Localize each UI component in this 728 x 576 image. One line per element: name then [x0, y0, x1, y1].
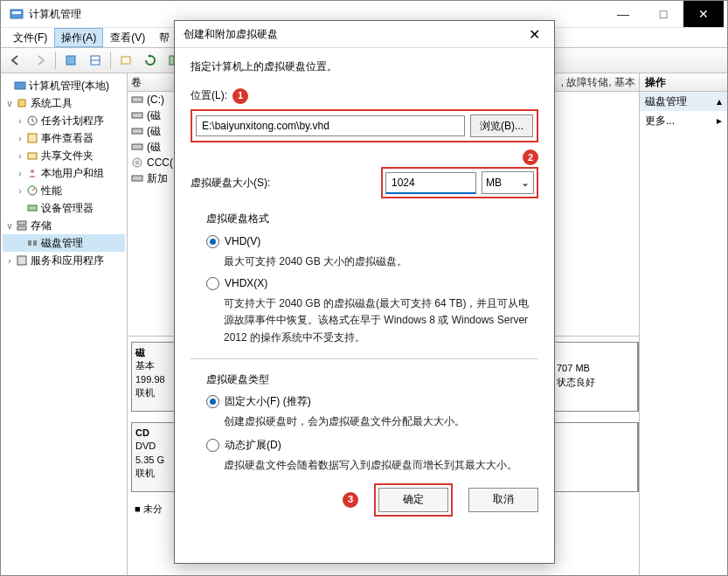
drive-icon — [131, 141, 143, 153]
window-title: 计算机管理 — [29, 7, 603, 22]
tree-task-scheduler[interactable]: ›任务计划程序 — [3, 112, 125, 129]
action-more[interactable]: 更多... ▸ — [640, 111, 727, 130]
menu-view[interactable]: 查看(V) — [103, 28, 152, 47]
location-group: 浏览(B)... — [191, 109, 538, 142]
radio-vhd[interactable]: VHD(V) — [206, 233, 538, 250]
svg-rect-1 — [12, 11, 21, 14]
drive-icon — [131, 125, 143, 137]
minimize-button[interactable]: — — [603, 1, 643, 27]
size-unit-select[interactable]: MB ⌄ — [482, 171, 534, 194]
tree-disk-management[interactable]: 磁盘管理 — [3, 234, 125, 252]
tree-performance[interactable]: ›性能 — [3, 182, 125, 199]
radio-dynamic[interactable]: 动态扩展(D) — [206, 437, 538, 454]
nav-tree: 计算机管理(本地) v系统工具 ›任务计划程序 ›事件查看器 ›共享文件夹 ›本… — [1, 73, 128, 576]
svg-rect-22 — [132, 97, 142, 102]
fixed-desc: 创建虚拟硬盘时，会为虚拟硬盘文件分配最大大小。 — [224, 413, 538, 430]
browse-button[interactable]: 浏览(B)... — [470, 115, 533, 137]
back-button[interactable] — [4, 50, 27, 71]
radio-fixed[interactable]: 固定大小(F) (推荐) — [206, 393, 538, 410]
svg-rect-10 — [15, 82, 25, 89]
svg-rect-21 — [17, 256, 26, 265]
svg-point-27 — [136, 162, 139, 164]
tree-device-manager[interactable]: 设备管理器 — [3, 199, 125, 217]
app-icon — [10, 7, 24, 21]
tool-icon[interactable] — [114, 50, 137, 71]
svg-rect-25 — [132, 144, 142, 149]
vhd-desc: 最大可支持 2040 GB 大小的虚拟磁盘。 — [224, 253, 538, 270]
drive-icon — [131, 94, 143, 106]
svg-rect-16 — [28, 205, 37, 211]
svg-rect-5 — [121, 57, 130, 64]
tree-root[interactable]: 计算机管理(本地) — [3, 77, 125, 94]
tree-services-apps[interactable]: ›服务和应用程序 — [3, 252, 125, 269]
dialog-title: 创建和附加虚拟硬盘 — [184, 27, 278, 42]
tool-icon[interactable] — [84, 50, 107, 71]
svg-rect-19 — [28, 240, 31, 246]
radio-dot-icon — [206, 277, 219, 290]
tree-shared-folders[interactable]: ›共享文件夹 — [3, 147, 125, 164]
svg-rect-20 — [33, 240, 37, 246]
radio-dot-icon — [206, 439, 219, 452]
svg-rect-23 — [132, 113, 142, 118]
close-button[interactable]: ✕ — [683, 1, 724, 27]
dialog-intro: 指定计算机上的虚拟硬盘位置。 — [191, 59, 538, 75]
radio-vhdx[interactable]: VHDX(X) — [206, 275, 538, 292]
tree-local-users[interactable]: ›本地用户和组 — [3, 164, 125, 182]
dialog-close-button[interactable]: ✕ — [523, 26, 545, 43]
more-arrow-icon: ▸ — [717, 115, 722, 127]
size-group: MB ⌄ — [381, 167, 538, 198]
tool-icon[interactable] — [59, 50, 82, 71]
menu-file[interactable]: 文件(F) — [6, 28, 54, 47]
create-vhd-dialog: 创建和附加虚拟硬盘 ✕ 指定计算机上的虚拟硬盘位置。 位置(L): 1 浏览(B… — [174, 20, 555, 564]
cancel-button[interactable]: 取消 — [468, 488, 538, 512]
type-group-title: 虚拟硬盘类型 — [206, 371, 538, 388]
radio-dot-icon — [206, 395, 219, 408]
svg-rect-24 — [132, 128, 142, 134]
chevron-down-icon: ⌄ — [521, 175, 530, 191]
cd-icon — [131, 156, 143, 169]
location-label: 位置(L): — [191, 87, 227, 104]
tree-system-tools[interactable]: v系统工具 — [3, 94, 125, 112]
svg-rect-13 — [28, 153, 37, 159]
ok-button[interactable]: 确定 — [378, 488, 448, 512]
svg-point-14 — [31, 170, 34, 173]
location-input[interactable] — [196, 115, 465, 136]
annotation-marker-1: 1 — [232, 88, 248, 104]
annotation-marker-3: 3 — [343, 492, 358, 508]
partition[interactable]: 707 MB状态良好 — [548, 343, 638, 411]
vhdx-desc: 可支持大于 2040 GB 的虚拟磁盘(最大可支持 64 TB)，并且可从电源故… — [224, 295, 538, 346]
actions-header: 操作 — [640, 73, 727, 92]
maximize-button[interactable]: □ — [643, 1, 683, 27]
drive-icon — [131, 109, 143, 121]
size-input[interactable] — [385, 172, 476, 194]
annotation-marker-2: 2 — [523, 149, 538, 165]
dialog-titlebar: 创建和附加虚拟硬盘 ✕ — [175, 21, 554, 48]
svg-rect-2 — [66, 56, 75, 65]
forward-button[interactable] — [29, 50, 52, 71]
tree-event-viewer[interactable]: ›事件查看器 — [3, 129, 125, 147]
radio-dot-icon — [206, 235, 219, 248]
tree-storage[interactable]: v存储 — [3, 217, 125, 234]
main-window: 计算机管理 — □ ✕ 文件(F) 操作(A) 查看(V) 帮 ? 计算机管理(… — [0, 0, 728, 576]
refresh-icon[interactable] — [139, 50, 162, 71]
size-label: 虚拟硬盘大小(S): — [191, 175, 270, 191]
drive-icon — [131, 172, 143, 184]
collapse-icon: ▴ — [717, 95, 722, 108]
svg-rect-28 — [132, 176, 142, 181]
dynamic-desc: 虚拟硬盘文件会随着数据写入到虚拟硬盘而增长到其最大大小。 — [224, 457, 538, 474]
ok-highlight: 确定 — [374, 483, 453, 517]
svg-rect-12 — [28, 134, 37, 142]
action-disk-mgmt[interactable]: 磁盘管理 ▴ — [640, 92, 727, 111]
menu-action[interactable]: 操作(A) — [54, 28, 103, 47]
actions-panel: 操作 磁盘管理 ▴ 更多... ▸ — [640, 73, 727, 576]
svg-rect-18 — [17, 226, 26, 230]
format-group-title: 虚拟硬盘格式 — [206, 211, 538, 227]
svg-rect-17 — [17, 221, 26, 225]
